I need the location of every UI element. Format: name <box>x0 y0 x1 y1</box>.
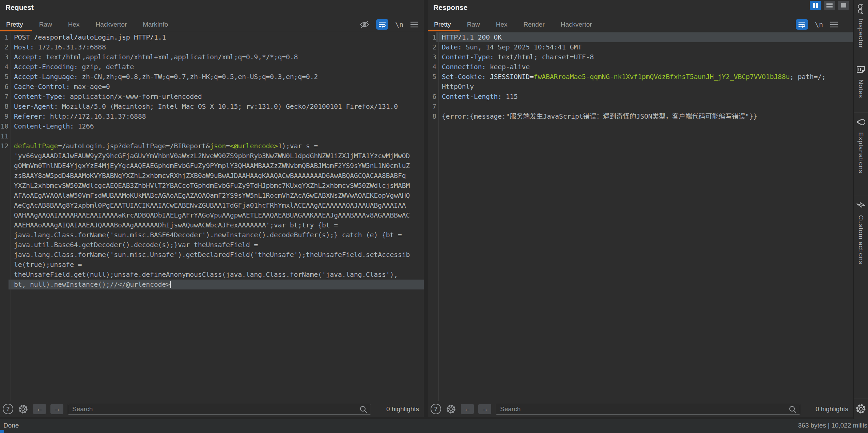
sidebar-label: Inspector <box>857 18 865 48</box>
response-search-input[interactable] <box>496 404 800 415</box>
response-editor[interactable]: 1HTTP/1.1 200 OK2Date: Sun, 14 Sep 2025 … <box>428 32 853 401</box>
lightbulb-icon <box>856 118 866 126</box>
line-number: 11 <box>0 131 9 141</box>
search-next-button[interactable]: → <box>50 404 63 414</box>
status-message: Done <box>3 422 19 429</box>
line-number: 8 <box>0 102 9 111</box>
response-size-time: 363 bytes | 10,022 millis <box>798 422 868 429</box>
request-editor[interactable]: 1POST /easportal/autoLogin.jsp HTTP/1.12… <box>0 32 424 401</box>
sidebar-item-custom-actions[interactable]: Custom actions <box>854 195 868 399</box>
response-tab-hex[interactable]: Hex <box>496 21 508 28</box>
code-line: 5Accept-Language: zh-CN,zh;q=0.8,zh-TW;q… <box>0 72 424 82</box>
line-number <box>0 171 9 181</box>
line-number <box>0 181 9 191</box>
sidebar-settings-button[interactable] <box>854 399 868 418</box>
response-tab-pretty[interactable]: Pretty <box>434 21 451 28</box>
gear-icon <box>855 403 867 415</box>
hide-response-eye-icon[interactable] <box>360 20 369 29</box>
code-line: le(true);unsafe = <box>0 260 424 270</box>
editor-menu-icon[interactable] <box>410 21 418 28</box>
code-line: 2Host: 172.16.31.37:6888 <box>0 42 424 52</box>
view-layout-buttons <box>810 1 849 10</box>
search-previous-button[interactable]: ← <box>33 404 46 414</box>
text-caret <box>170 281 171 288</box>
request-tab-row: PrettyRawHexHackvertorMarkInfo \n <box>0 18 424 31</box>
line-number: 4 <box>428 62 436 72</box>
line-number: 2 <box>428 42 436 52</box>
request-highlight-count: 0 highlights <box>379 405 419 413</box>
line-number: 4 <box>0 62 9 72</box>
layout-rows-button[interactable] <box>824 1 835 10</box>
code-line: theUnsafeField.get(null);unsafe.defineAn… <box>0 270 424 280</box>
request-search-bar: ? ← → 0 highlights <box>0 401 424 417</box>
request-title: Request <box>5 3 34 12</box>
search-help-button[interactable]: ? <box>431 404 441 414</box>
request-tab-pretty[interactable]: Pretty <box>6 21 23 28</box>
request-tab-hackvertor[interactable]: Hackvertor <box>95 21 127 28</box>
gutter-divider <box>438 32 439 401</box>
corner-accent <box>0 430 4 433</box>
line-number: 2 <box>0 42 9 52</box>
sidebar-item-notes[interactable]: Notes <box>854 60 868 113</box>
search-help-button[interactable]: ? <box>3 404 13 414</box>
code-line: java.lang.Class.forName('sun.misc.Unsafe… <box>0 250 424 260</box>
sidebar-item-explanations[interactable]: Explanations <box>854 113 868 195</box>
request-tab-markinfo[interactable]: MarkInfo <box>143 21 168 28</box>
show-newlines-toggle[interactable]: \n <box>395 20 403 29</box>
response-tab-render[interactable]: Render <box>523 21 544 28</box>
code-line: java.util.Base64.getDecoder().decode(s);… <box>0 240 424 250</box>
search-settings-gear-icon[interactable] <box>446 404 456 415</box>
code-line: java.lang.Class.forName('sun.misc.BASE64… <box>0 230 424 240</box>
line-number <box>0 220 9 230</box>
response-tab-hackvertor[interactable]: Hackvertor <box>561 21 592 28</box>
line-number: 5 <box>0 72 9 82</box>
sidebar-item-inspector[interactable]: Inspector <box>854 0 868 60</box>
code-line: 1HTTP/1.1 200 OK <box>428 32 853 42</box>
code-line: QAHAAgAAQAIAAAARAAEAAIAAAAaKrcADBQADbIAE… <box>0 210 424 220</box>
editor-menu-icon[interactable] <box>830 21 838 28</box>
code-line: 2Date: Sun, 14 Sep 2025 10:54:41 GMT <box>428 42 853 52</box>
code-line: 6Cache-Control: max-age=0 <box>0 82 424 92</box>
word-wrap-toggle[interactable] <box>796 19 808 30</box>
active-tab-indicator <box>428 30 460 31</box>
code-line: 4Connection: keep-alive <box>428 62 853 72</box>
line-number: 3 <box>428 52 436 62</box>
gutter-divider <box>11 32 11 401</box>
code-line: HttpOnly <box>428 82 853 92</box>
layout-tabs-button[interactable] <box>838 1 849 10</box>
search-settings-gear-icon[interactable] <box>18 404 29 415</box>
code-line: 'yv66vgAAADIAJwEAUW9yZy9hcGFjaGUvYmVhbnV… <box>0 151 424 161</box>
inspector-glasses-icon <box>857 4 865 14</box>
layout-columns-button[interactable] <box>810 1 821 10</box>
search-next-button[interactable]: → <box>478 404 491 414</box>
search-previous-button[interactable]: ← <box>461 404 474 414</box>
code-line: 3Accept: text/html,application/xhtml+xml… <box>0 52 424 62</box>
status-bar: Done 363 bytes | 10,022 millis <box>0 419 868 433</box>
request-tab-raw[interactable]: Raw <box>39 21 52 28</box>
line-number <box>0 280 9 289</box>
search-magnifier-icon <box>359 405 368 414</box>
wrap-icon <box>797 21 806 28</box>
line-number: 5 <box>428 72 436 82</box>
show-newlines-toggle[interactable]: \n <box>815 20 823 29</box>
line-number: 6 <box>428 92 436 102</box>
single-pane-icon <box>841 3 846 8</box>
line-number: 12 <box>0 141 9 151</box>
request-tab-hex[interactable]: Hex <box>68 21 80 28</box>
code-line: 5Set-Cookie: JSESSIONID=fwABARroaMae5-qq… <box>428 72 853 82</box>
code-line: YXZhL2xhbmcvSW50ZWdlcgcAEQEAB3ZhbHVlT2YB… <box>0 181 424 191</box>
line-number <box>0 151 9 161</box>
code-line: 12defaultPage=/autoLogin.jsp?defaultPage… <box>0 141 424 151</box>
line-number <box>0 240 9 250</box>
request-search-input[interactable] <box>68 404 371 415</box>
rows-icon <box>826 3 833 8</box>
code-line: 6Content-Length: 115 <box>428 92 853 102</box>
line-number: 9 <box>0 111 9 121</box>
code-line: AFAoAEgAVAQAlaW50VmFsdWUBAAMoKUkMABcAGAo… <box>0 191 424 200</box>
word-wrap-toggle[interactable] <box>376 19 388 30</box>
columns-icon <box>813 3 815 8</box>
line-number <box>0 161 9 171</box>
code-line: 7 <box>428 102 853 111</box>
line-number: 6 <box>0 82 9 92</box>
response-tab-raw[interactable]: Raw <box>467 21 480 28</box>
